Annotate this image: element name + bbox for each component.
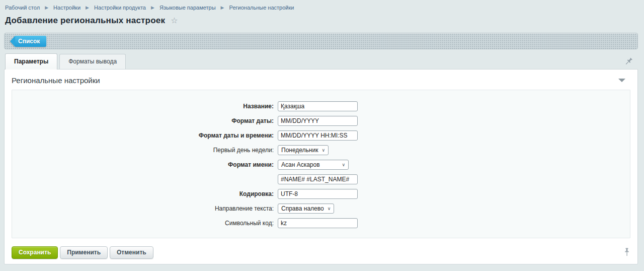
name-format-select[interactable]: Асан Аскаров ∨ (278, 160, 349, 170)
name-format-template-input[interactable] (278, 174, 358, 184)
tab-parameters[interactable]: Параметры (5, 53, 57, 70)
breadcrumb-item-language-params[interactable]: Языковые параметры (159, 5, 216, 11)
form-panel: Название: Формат даты: Формат даты и вре… (12, 90, 630, 238)
field-label: Название: (12, 103, 278, 110)
page: Рабочий стол ▶ Настройки ▶ Настройки про… (0, 0, 644, 271)
form-row: Первый день недели: Понедельник ∨ (12, 145, 630, 155)
list-button[interactable]: Список (15, 36, 46, 47)
breadcrumb-separator-icon: ▶ (221, 5, 224, 10)
form-row: Формат даты: (12, 116, 630, 126)
week-start-select[interactable]: Понедельник ∨ (278, 145, 329, 155)
form-row (12, 174, 630, 184)
week-start-value: Понедельник (281, 147, 318, 154)
form-row: Формат имени: Асан Аскаров ∨ (12, 160, 630, 170)
field-label: Кодировка: (12, 190, 278, 197)
section-header: Региональные настройки (5, 70, 637, 90)
lang-code-input[interactable] (278, 218, 358, 228)
text-direction-select[interactable]: Справа налево ∨ (278, 204, 334, 214)
buttons-row: Сохранить Применить Отменить (12, 246, 630, 259)
date-format-input[interactable] (278, 116, 358, 126)
pin-icon[interactable] (624, 248, 630, 258)
text-direction-value: Справа налево (281, 205, 324, 212)
collapse-section-icon[interactable] (618, 79, 625, 82)
field-label: Формат даты и времени: (12, 132, 278, 139)
chevron-down-icon: ∨ (342, 163, 345, 167)
field-label: Формат даты: (12, 117, 278, 124)
breadcrumb: Рабочий стол ▶ Настройки ▶ Настройки про… (0, 0, 644, 11)
favorite-star-icon[interactable]: ☆ (171, 17, 178, 25)
field-label: Символьный код: (12, 220, 278, 227)
breadcrumb-item-desktop[interactable]: Рабочий стол (5, 5, 40, 11)
breadcrumb-item-settings[interactable]: Настройки (53, 5, 80, 11)
cancel-button[interactable]: Отменить (110, 246, 153, 259)
content-shell: Список Параметры Форматы вывода Регионал… (4, 33, 638, 264)
breadcrumb-separator-icon: ▶ (86, 5, 89, 10)
tabs-row: Параметры Форматы вывода (4, 54, 638, 69)
form-row: Название: (12, 101, 630, 111)
charset-input[interactable] (278, 189, 358, 199)
breadcrumb-separator-icon: ▶ (45, 5, 48, 10)
datetime-format-input[interactable] (278, 130, 358, 141)
form-row: Формат даты и времени: (12, 130, 630, 141)
breadcrumb-item-product-settings[interactable]: Настройки продукта (94, 5, 146, 11)
name-format-value: Асан Аскаров (281, 161, 320, 168)
page-title: Добавление региональных настроек (5, 16, 165, 26)
section-title: Региональные настройки (12, 76, 100, 85)
form-card: Региональные настройки Название: Формат … (4, 69, 638, 264)
form-row: Кодировка: (12, 189, 630, 199)
toolbar: Список (4, 33, 638, 49)
form-row: Направление текста: Справа налево ∨ (12, 204, 630, 214)
apply-button[interactable]: Применить (60, 246, 108, 259)
chevron-down-icon: ∨ (328, 207, 331, 211)
chevron-down-icon: ∨ (321, 148, 325, 153)
field-label: Первый день недели: (12, 147, 278, 154)
pin-icon[interactable] (622, 56, 633, 68)
field-label: Направление текста: (12, 205, 278, 212)
title-row: Добавление региональных настроек ☆ (5, 16, 644, 26)
form-row: Символьный код: (12, 218, 630, 228)
field-label: Формат имени: (12, 161, 278, 168)
breadcrumb-separator-icon: ▶ (151, 5, 154, 10)
tab-output-formats[interactable]: Форматы вывода (59, 54, 126, 69)
name-input[interactable] (278, 101, 358, 111)
save-button[interactable]: Сохранить (12, 246, 58, 259)
breadcrumb-item-regional-settings[interactable]: Региональные настройки (229, 5, 294, 11)
